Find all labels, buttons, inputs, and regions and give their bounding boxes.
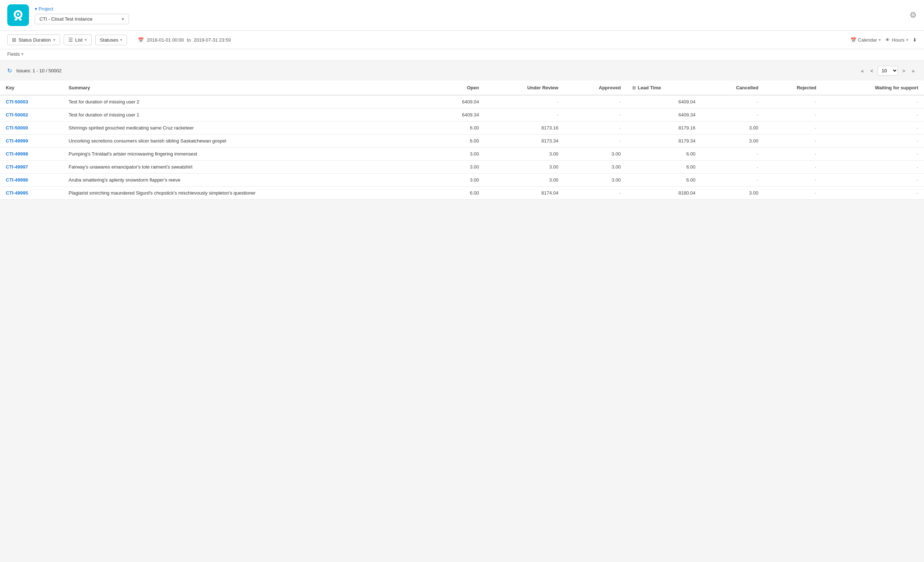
- cell-waiting-dash: -: [822, 161, 924, 173]
- cell-approved-dash: -: [564, 109, 626, 121]
- cell-rejected-dash: -: [764, 173, 822, 187]
- project-dropdown[interactable]: CTI - Cloud Test Instance ▾: [35, 14, 129, 24]
- table-header-row: Key Summary Open Under Review Approved ⊞…: [0, 81, 924, 95]
- cell-rejected-dash: -: [764, 109, 822, 121]
- cell-under_review-dash: -: [485, 109, 564, 121]
- status-duration-label: Status Duration: [18, 37, 51, 43]
- cell-approved: 3.00: [564, 148, 626, 161]
- table-row: CTI-49997Fairway's unawares emancipator'…: [0, 161, 924, 173]
- cell-under_review-dash: -: [485, 95, 564, 109]
- prev-page-button[interactable]: <: [868, 67, 876, 75]
- issue-summary: Uncorking secretions consumers slicer ba…: [63, 135, 432, 148]
- fields-row: Fields ▾: [0, 49, 924, 61]
- project-section: ▾ Project CTI - Cloud Test Instance ▾: [35, 6, 129, 24]
- fields-chevron: ▾: [21, 52, 24, 57]
- cell-cancelled-dash: -: [701, 109, 764, 121]
- issue-key-link[interactable]: CTI-49999: [6, 138, 28, 143]
- cell-under_review: 3.00: [485, 173, 564, 187]
- first-page-button[interactable]: «: [859, 67, 866, 75]
- table-row: CTI-49996Aruba smattering's aplenty snow…: [0, 173, 924, 187]
- issue-key-link[interactable]: CTI-50003: [6, 99, 28, 105]
- cell-waiting-dash: -: [822, 95, 924, 109]
- statuses-button[interactable]: Statuses ▾: [95, 35, 128, 45]
- last-page-button[interactable]: »: [909, 67, 917, 75]
- issue-key-link[interactable]: CTI-49997: [6, 164, 28, 170]
- issues-table: Key Summary Open Under Review Approved ⊞…: [0, 81, 924, 200]
- cell-lead_time: 8179.16: [626, 121, 701, 135]
- cell-open: 3.00: [432, 148, 485, 161]
- issue-key-link[interactable]: CTI-50000: [6, 125, 28, 130]
- cell-lead_time: 8179.34: [626, 135, 701, 148]
- page-size-select[interactable]: 10 25 50 100: [878, 66, 898, 76]
- cell-open: 6.00: [432, 121, 485, 135]
- cell-under_review: 8174.04: [485, 187, 564, 200]
- issue-summary: Plagiarist smirching maundered Sigurd's …: [63, 187, 432, 200]
- download-button[interactable]: ⬇: [913, 37, 917, 43]
- right-tools: 📅 Calendar ▾ 👁 Hours ▾ ⬇: [850, 37, 917, 43]
- list-label: List: [75, 37, 82, 43]
- cell-cancelled-dash: -: [701, 173, 764, 187]
- calendar-button[interactable]: 📅 Calendar ▾: [850, 37, 881, 43]
- cell-approved-dash: -: [564, 121, 626, 135]
- pagination: « < 10 25 50 100 > »: [859, 66, 917, 76]
- dropdown-arrow-icon: ▾: [122, 16, 124, 22]
- issues-bar: ↻ Issues: 1 - 10 / 50002 « < 10 25 50 10…: [0, 61, 924, 81]
- table-row: CTI-49999Uncorking secretions consumers …: [0, 135, 924, 148]
- status-duration-button[interactable]: ⊞ Status Duration ▾: [7, 34, 60, 45]
- lead-time-icon: ⊞: [632, 85, 636, 90]
- status-duration-chevron: ▾: [53, 37, 56, 42]
- col-under-review: Under Review: [485, 81, 564, 95]
- cell-under_review: 3.00: [485, 161, 564, 173]
- hours-chevron: ▾: [906, 37, 908, 42]
- eye-icon: 👁: [885, 37, 890, 43]
- calendar-label: Calendar: [858, 37, 877, 43]
- cell-open: 6409.34: [432, 109, 485, 121]
- cell-lead_time: 6.00: [626, 148, 701, 161]
- cell-approved: 3.00: [564, 173, 626, 187]
- cell-cancelled: 3.00: [701, 187, 764, 200]
- hours-button[interactable]: 👁 Hours ▾: [885, 37, 908, 43]
- svg-point-2: [17, 13, 19, 16]
- cell-approved: 3.00: [564, 161, 626, 173]
- col-rejected: Rejected: [764, 81, 822, 95]
- next-page-button[interactable]: >: [900, 67, 908, 75]
- download-icon: ⬇: [913, 37, 917, 43]
- app-logo: [7, 4, 29, 26]
- col-key: Key: [0, 81, 63, 95]
- date-separator: to: [187, 37, 191, 43]
- cell-approved-dash: -: [564, 95, 626, 109]
- gear-button[interactable]: ⚙: [909, 10, 917, 20]
- cell-approved-dash: -: [564, 135, 626, 148]
- statuses-chevron: ▾: [120, 37, 122, 42]
- issue-summary: Pumping's Trinidad's artsier microwaving…: [63, 148, 432, 161]
- cell-approved-dash: -: [564, 187, 626, 200]
- issues-count: Issues: 1 - 10 / 50002: [16, 68, 62, 73]
- issue-key-link[interactable]: CTI-49996: [6, 177, 28, 182]
- table-body: CTI-50003Test for duration of missing us…: [0, 95, 924, 200]
- col-waiting: Waiting for support: [822, 81, 924, 95]
- cell-open: 6.00: [432, 135, 485, 148]
- list-button[interactable]: ☰ List ▾: [64, 34, 92, 45]
- cell-cancelled-dash: -: [701, 161, 764, 173]
- cell-open: 6.00: [432, 187, 485, 200]
- fields-button[interactable]: Fields ▾: [7, 51, 24, 57]
- date-from: 2018-01-01 00:00: [147, 37, 184, 43]
- list-chevron: ▾: [85, 37, 87, 42]
- issue-key-link[interactable]: CTI-49998: [6, 151, 28, 157]
- cell-open: 6409.04: [432, 95, 485, 109]
- cell-waiting-dash: -: [822, 173, 924, 187]
- cell-waiting-dash: -: [822, 109, 924, 121]
- cell-lead_time: 6.00: [626, 161, 701, 173]
- issues-table-container: Key Summary Open Under Review Approved ⊞…: [0, 81, 924, 200]
- cell-lead_time: 6409.34: [626, 109, 701, 121]
- col-open: Open: [432, 81, 485, 95]
- cell-cancelled: 3.00: [701, 135, 764, 148]
- refresh-icon[interactable]: ↻: [7, 67, 12, 74]
- issue-key-link[interactable]: CTI-49995: [6, 190, 28, 196]
- project-value: CTI - Cloud Test Instance: [39, 16, 92, 22]
- cell-lead_time: 6.00: [626, 173, 701, 187]
- issue-summary: Shirrings spirited grouched medicating s…: [63, 121, 432, 135]
- project-label[interactable]: ▾ Project: [35, 6, 129, 12]
- col-cancelled: Cancelled: [701, 81, 764, 95]
- issue-key-link[interactable]: CTI-50002: [6, 112, 28, 118]
